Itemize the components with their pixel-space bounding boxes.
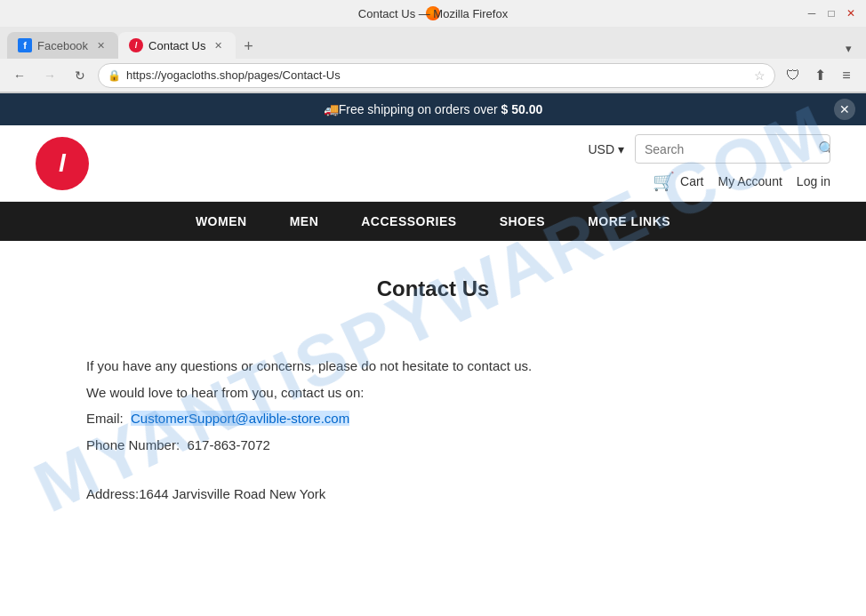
url-bar[interactable]: 🔒 https://yogacloths.shop/pages/Contact-…: [98, 63, 775, 88]
header-bottom-right: 🛒 Cart My Account Log in: [653, 171, 830, 192]
page-title: Contact Us: [86, 276, 780, 301]
new-tab-button[interactable]: +: [236, 34, 261, 59]
window-controls: ─ □ ✕: [804, 5, 859, 21]
nav-item-accessories[interactable]: ACCESSORIES: [340, 202, 477, 241]
tab-facebook-label: Facebook: [37, 39, 88, 52]
cart-button[interactable]: 🛒 Cart: [653, 171, 703, 192]
site-header: l USD ▾ 🔍 🛒 Cart My Account Log in: [0, 125, 866, 202]
shield-icon-btn[interactable]: 🛡: [781, 63, 806, 88]
address-text: 1644 Jarvisville Road New York: [139, 486, 325, 501]
more-tools-button[interactable]: ≡: [834, 63, 859, 88]
security-icon: 🔒: [108, 69, 121, 82]
contact-body: If you have any questions or concerns, p…: [86, 355, 780, 505]
phone-number: 617-863-7072: [187, 437, 269, 452]
url-text: https://yogacloths.shop/pages/Contact-Us: [126, 68, 749, 82]
toolbar-right: 🛡 ⬆ ≡: [781, 63, 859, 88]
facebook-favicon: f: [18, 38, 32, 52]
announcement-close-button[interactable]: ✕: [834, 99, 855, 120]
announcement-price: $ 50.00: [501, 102, 543, 116]
nav-item-shoes[interactable]: SHOES: [478, 202, 567, 241]
phone-label: Phone Number:: [86, 437, 180, 452]
tab-contact[interactable]: l Contact Us ✕: [118, 32, 236, 59]
address-bar: ← → ↻ 🔒 https://yogacloths.shop/pages/Co…: [0, 59, 866, 92]
nav-item-women[interactable]: WOMEN: [174, 202, 269, 241]
logo[interactable]: l: [36, 137, 89, 190]
cart-label: Cart: [680, 174, 703, 188]
search-input[interactable]: [636, 137, 809, 162]
close-button[interactable]: ✕: [843, 5, 859, 21]
yoga-favicon: l: [129, 38, 143, 52]
currency-selector[interactable]: USD ▾: [588, 142, 624, 156]
tab-facebook[interactable]: f Facebook ✕: [7, 32, 118, 59]
my-account-link[interactable]: My Account: [718, 174, 782, 188]
cart-icon: 🛒: [653, 171, 675, 192]
reload-button[interactable]: ↻: [68, 63, 92, 88]
nav-item-men[interactable]: MEN: [269, 202, 341, 241]
contact-line1: If you have any questions or concerns, p…: [86, 355, 780, 378]
search-bar: 🔍: [635, 134, 830, 164]
main-nav: WOMEN MEN ACCESSORIES SHOES MORE LINKS: [0, 202, 866, 241]
header-right: USD ▾ 🔍 🛒 Cart My Account Log in: [588, 134, 830, 192]
tab-bar: f Facebook ✕ l Contact Us ✕ + ▾: [0, 27, 866, 59]
email-link[interactable]: CustomerSupport@avlible-store.com: [131, 411, 349, 426]
contact-address-row: Address:1644 Jarvisville Road New York: [86, 483, 780, 506]
tab-contact-label: Contact Us: [148, 39, 205, 52]
announcement-text: 🚚Free shipping on orders over: [324, 102, 498, 116]
page-content: 🚚Free shipping on orders over $ 50.00 ✕ …: [0, 93, 866, 616]
currency-label: USD: [588, 142, 614, 156]
extensions-button[interactable]: ⬆: [807, 63, 832, 88]
log-in-link[interactable]: Log in: [797, 174, 830, 188]
forward-button[interactable]: →: [37, 63, 62, 88]
contact-email-row: Email: CustomerSupport@avlible-store.com: [86, 407, 780, 430]
currency-arrow: ▾: [618, 142, 624, 156]
address-label: Address:: [86, 486, 139, 501]
contact-phone-row: Phone Number: 617-863-7072: [86, 434, 780, 457]
tab-facebook-close[interactable]: ✕: [93, 38, 108, 52]
back-button[interactable]: ←: [7, 63, 32, 88]
search-button[interactable]: 🔍: [809, 135, 830, 163]
nav-item-more-links[interactable]: MORE LINKS: [566, 202, 692, 241]
title-bar: Contact Us — Mozilla Firefox ─ □ ✕: [0, 0, 866, 27]
logo-circle: l: [36, 137, 89, 190]
maximize-button[interactable]: □: [823, 5, 839, 21]
tab-contact-close[interactable]: ✕: [211, 38, 225, 52]
header-top-right: USD ▾ 🔍: [588, 134, 830, 164]
email-label: Email:: [86, 411, 124, 426]
minimize-button[interactable]: ─: [804, 5, 820, 21]
window-title: Contact Us — Mozilla Firefox: [358, 7, 508, 20]
main-content: Contact Us If you have any questions or …: [33, 241, 833, 544]
contact-line2: We would love to hear from you, contact …: [86, 381, 780, 404]
announcement-bar: 🚚Free shipping on orders over $ 50.00 ✕: [0, 93, 866, 125]
tab-overflow-button[interactable]: ▾: [838, 37, 859, 59]
bookmark-icon[interactable]: ☆: [754, 68, 766, 83]
